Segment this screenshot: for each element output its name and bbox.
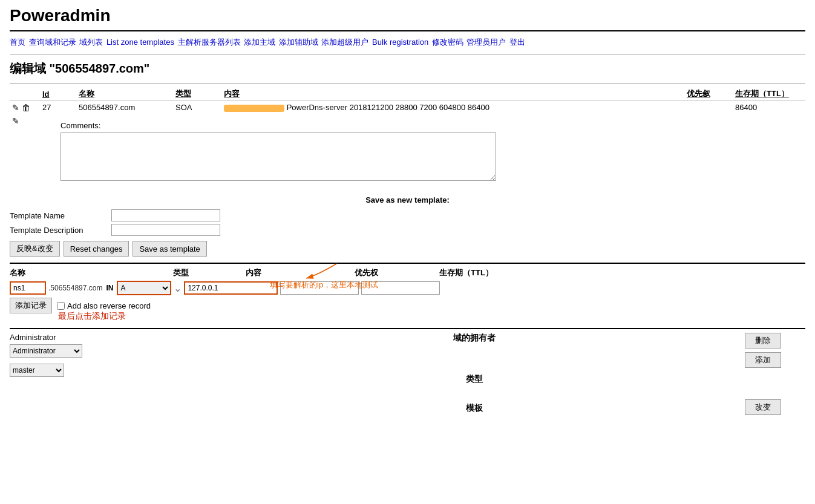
in-label: IN [105, 284, 114, 292]
owner-buttons: 删除 添加 改变 [745, 333, 805, 415]
comments-label: Comments: [61, 121, 800, 130]
change-type-button[interactable]: 改变 [745, 399, 781, 415]
delete-owner-button[interactable]: 删除 [745, 333, 781, 349]
template-section: Save as new template: [10, 195, 805, 205]
col-header-ttl: 生存期（TTL） [733, 87, 805, 101]
reverse-record-checkbox[interactable] [57, 302, 65, 310]
header-content: 内容 [246, 267, 349, 278]
record-name: 506554897.com [76, 101, 173, 115]
record-ttl: 86400 [733, 101, 805, 115]
owner-heading: 域的拥有者 [453, 333, 496, 344]
owner-label: Administrator [10, 333, 203, 342]
nav-add-superuser[interactable]: 添加超级用户 [321, 38, 368, 47]
type-select[interactable]: A AAAA CNAME MX NS PTR SOA SRV TXT [117, 281, 171, 295]
reset-button[interactable]: Reset changes [64, 241, 129, 257]
name-input[interactable]: ns1 [10, 281, 46, 295]
record-content: PowerDns-server 2018121200 28800 7200 60… [221, 101, 684, 115]
nav-logout[interactable]: 登出 [509, 38, 525, 47]
add-record-button[interactable]: 添加记录 [10, 298, 52, 313]
reverse-record-label: Add also reverse record [57, 301, 151, 310]
header-ttl: 生存期（TTL） [439, 267, 518, 278]
template-form: Template Name Template Description [10, 209, 805, 236]
nav-add-slave[interactable]: 添加辅助域 [279, 38, 318, 47]
header-type: 类型 [173, 267, 240, 278]
nav-change-password[interactable]: 修改密码 [432, 38, 463, 47]
add-record-headers: 名称 类型 内容 优先权 生存期（TTL） [10, 267, 805, 278]
comments-textarea[interactable] [61, 133, 496, 181]
edit-comments-icon[interactable]: ✎ [12, 116, 19, 126]
table-row: ✎ 🗑 27 506554897.com SOA PowerDns-server… [10, 101, 805, 115]
template-heading-bottom: 模板 [466, 403, 483, 414]
records-table: Id 名称 类型 内容 优先叙 生存期（TTL） ✎ 🗑 27 50655489… [10, 87, 805, 189]
nav-bulk-reg[interactable]: Bulk registration [372, 38, 428, 47]
nav-zone-list[interactable]: 域列表 [79, 38, 103, 47]
record-content-suffix: PowerDns-server 2018121200 28800 7200 60… [287, 103, 489, 112]
action-buttons: 反映&改变 Reset changes Save as template [10, 241, 805, 257]
col-header-priority: 优先叙 [684, 87, 733, 101]
nav-admin-users[interactable]: 管理员用户 [466, 38, 506, 47]
col-header-content: 内容 [221, 87, 684, 101]
add-record-row: ns1 .506554897.com IN A AAAA CNAME MX NS… [10, 281, 805, 295]
page-title: 编辑域 "506554897.com" [10, 61, 805, 77]
domain-suffix: .506554897.com [48, 284, 102, 292]
type-heading: 类型 [466, 374, 483, 385]
record-type: SOA [173, 101, 221, 115]
delete-icon[interactable]: 🗑 [22, 103, 30, 113]
add-record-actions: 添加记录 Add also reverse record 填写要解析的ip，这里… [10, 298, 805, 313]
nav-nameserver[interactable]: 主解析服务器列表 [178, 38, 241, 47]
owner-section: Administrator Administrator master slave… [10, 333, 203, 377]
record-id: 27 [40, 101, 76, 115]
add-owner-button[interactable]: 添加 [745, 352, 781, 368]
header-priority: 优先权 [355, 267, 433, 278]
owner-center: 域的拥有者 类型 模板 [209, 333, 739, 414]
nav-query[interactable]: 查询域和记录 [29, 38, 76, 47]
nav-bar: 首页 查询域和记录 域列表 List zone templates 主解析服务器… [10, 35, 805, 49]
template-name-label: Template Name [10, 211, 106, 220]
record-priority [684, 101, 733, 115]
template-desc-label: Template Description [10, 226, 106, 235]
col-header-actions [10, 87, 40, 101]
commit-button[interactable]: 反映&改变 [10, 241, 60, 257]
col-header-id: Id [40, 87, 76, 101]
annotation-ip: 填写要解析的ip，这里本地测试 [270, 280, 378, 290]
template-desc-row: Template Description [10, 224, 220, 236]
content-input[interactable]: 127.0.0.1 [184, 281, 278, 295]
comments-row: ✎ Comments: [10, 114, 805, 189]
owner-select[interactable]: Administrator [10, 344, 82, 358]
header-name: 名称 [10, 267, 143, 278]
edit-icon[interactable]: ✎ [12, 103, 19, 113]
col-header-type: 类型 [173, 87, 221, 101]
nav-home[interactable]: 首页 [10, 38, 25, 47]
template-name-input[interactable] [111, 209, 220, 221]
template-heading: Save as new template: [10, 195, 805, 205]
nav-add-domain[interactable]: 添加主域 [244, 38, 275, 47]
template-name-row: Template Name [10, 209, 220, 221]
zone-type-select[interactable]: master slave native [10, 364, 64, 377]
template-desc-input[interactable] [111, 224, 220, 236]
save-template-button[interactable]: Save as template [133, 241, 206, 257]
col-header-name: 名称 [76, 87, 173, 101]
app-title: Poweradmin [10, 6, 805, 25]
nav-zone-templates[interactable]: List zone templates [106, 38, 174, 47]
redacted-ip [224, 105, 284, 112]
bottom-section: Administrator Administrator master slave… [10, 333, 805, 415]
